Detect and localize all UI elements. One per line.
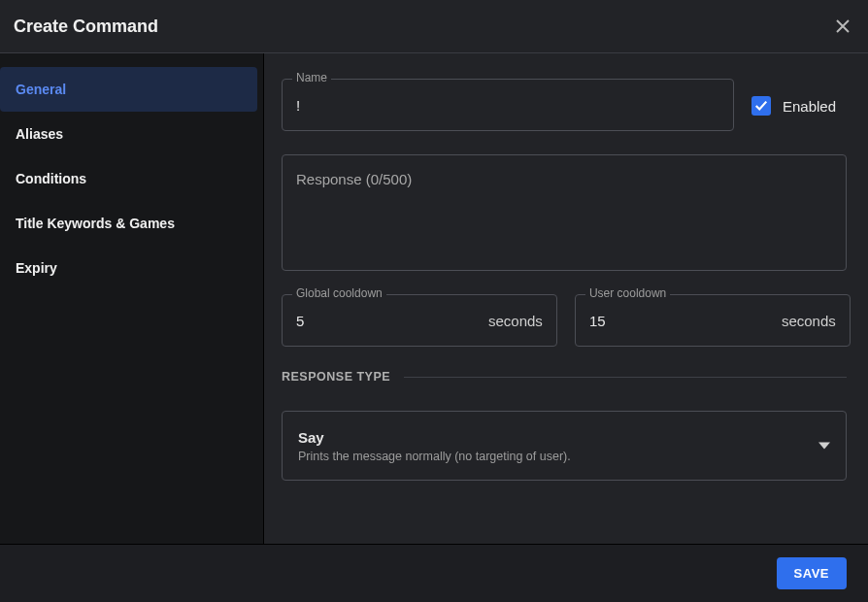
close-icon	[835, 18, 851, 34]
name-field: Name	[282, 79, 734, 131]
dialog-header: Create Command	[0, 0, 868, 53]
name-input[interactable]	[296, 80, 719, 130]
main-panel: Name Enabled Response (0/500) Glob	[264, 53, 868, 544]
save-button[interactable]: SAVE	[777, 557, 847, 589]
global-cooldown-label: Global cooldown	[292, 286, 386, 300]
global-cooldown-field: Global cooldown seconds	[282, 294, 557, 347]
tab-label: Expiry	[16, 260, 57, 276]
response-textarea[interactable]: Response (0/500)	[282, 154, 847, 271]
save-button-label: SAVE	[794, 566, 829, 581]
sidebar: General Aliases Conditions Title Keyword…	[0, 53, 264, 544]
user-cooldown-input[interactable]	[589, 295, 774, 346]
user-cooldown-field: User cooldown seconds	[575, 294, 851, 347]
tab-label: Aliases	[16, 126, 63, 142]
dialog-footer: SAVE	[0, 544, 868, 602]
tab-label: Conditions	[16, 171, 86, 186]
tab-expiry[interactable]: Expiry	[0, 246, 257, 290]
response-type-title: Say	[298, 429, 571, 446]
tab-general[interactable]: General	[0, 67, 257, 112]
divider-line	[404, 377, 847, 378]
global-cooldown-suffix: seconds	[488, 313, 543, 329]
enabled-label: Enabled	[783, 98, 836, 115]
dialog-title: Create Command	[14, 17, 158, 37]
enabled-checkbox[interactable]	[751, 96, 771, 116]
response-placeholder: Response (0/500)	[296, 171, 412, 187]
user-cooldown-label: User cooldown	[585, 286, 670, 300]
response-type-desc: Prints the message normally (no targetin…	[298, 450, 571, 463]
tab-label: General	[16, 82, 66, 97]
response-type-divider: RESPONSE TYPE	[282, 370, 847, 384]
tab-label: Title Keywords & Games	[16, 216, 175, 231]
check-icon	[754, 99, 768, 113]
chevron-down-icon	[818, 440, 830, 452]
name-label: Name	[292, 71, 331, 84]
response-type-section-label: RESPONSE TYPE	[282, 370, 390, 384]
tab-title-keywords-games[interactable]: Title Keywords & Games	[0, 201, 257, 246]
global-cooldown-input[interactable]	[296, 295, 481, 346]
close-button[interactable]	[831, 15, 854, 38]
tab-conditions[interactable]: Conditions	[0, 156, 257, 201]
tab-aliases[interactable]: Aliases	[0, 112, 257, 156]
user-cooldown-suffix: seconds	[782, 313, 836, 329]
response-type-select[interactable]: Say Prints the message normally (no targ…	[282, 411, 847, 481]
